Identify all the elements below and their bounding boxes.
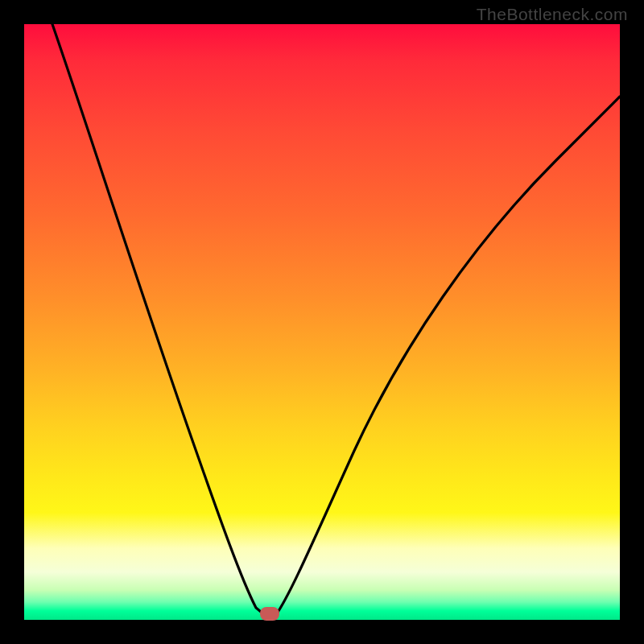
bottleneck-curve	[24, 24, 620, 620]
chart-frame: TheBottleneck.com	[0, 0, 644, 644]
curve-path	[52, 24, 620, 616]
plot-area	[24, 24, 620, 620]
watermark-text: TheBottleneck.com	[477, 5, 628, 24]
optimal-point-marker	[260, 607, 279, 621]
